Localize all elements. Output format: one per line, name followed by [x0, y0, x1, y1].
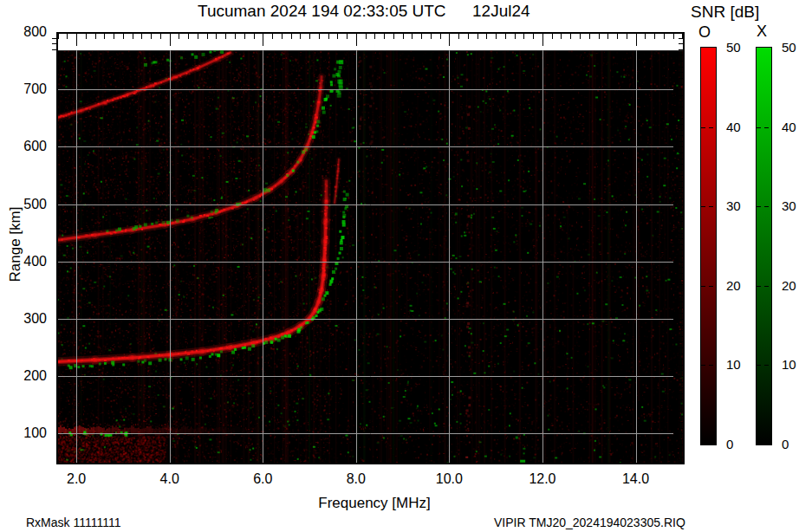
colorbar-tick-dash — [701, 206, 716, 207]
rxmask-text: RxMask 11111111 — [26, 516, 120, 529]
y-tick-label: 200 — [12, 368, 47, 384]
x-colorbar-tick-label: 50 — [782, 40, 799, 55]
o-colorbar-tick-label: 0 — [726, 437, 752, 451]
colorbar-tick-dash — [757, 206, 771, 207]
x-colorbar-tick-label: 10 — [782, 357, 799, 372]
o-colorbar-tick-label: 20 — [726, 278, 752, 293]
x-mode-label: X — [757, 23, 767, 41]
y-tick-label: 100 — [12, 425, 47, 441]
o-colorbar-tick-label: 30 — [726, 198, 752, 213]
y-tick-label: 800 — [12, 24, 47, 40]
page-title: Tucuman 2024 194 02:33:05 UTC — [198, 2, 446, 21]
x-tick-label: 12.0 — [522, 471, 563, 487]
ionogram-page: Tucuman 2024 194 02:33:05 UTC 12Jul24 Ra… — [0, 0, 799, 532]
o-mode-label: O — [698, 23, 711, 42]
o-colorbar-tick-label: 40 — [726, 120, 752, 134]
y-tick-label: 600 — [12, 139, 47, 154]
x-colorbar-tick-label: 40 — [782, 120, 799, 134]
ionogram-plot — [48, 32, 685, 464]
y-tick-label: 700 — [12, 81, 47, 97]
x-tick-label: 8.0 — [335, 471, 377, 487]
x-colorbar-tick-label: 30 — [782, 198, 799, 213]
colorbar-title: SNR [dB] — [691, 3, 759, 22]
x-tick-label: 10.0 — [428, 471, 470, 487]
y-tick-label: 400 — [12, 254, 47, 269]
colorbar-tick-dash — [757, 127, 771, 128]
y-tick-label: 300 — [12, 311, 47, 327]
y-tick-label: 500 — [12, 197, 47, 212]
x-mode-colorbar — [756, 47, 772, 445]
page-date: 12Jul24 — [472, 2, 530, 21]
colorbar-tick-dash — [701, 286, 716, 287]
x-tick-label: 6.0 — [242, 471, 283, 487]
x-colorbar-tick-label: 20 — [782, 278, 799, 293]
x-axis-title: Frequency [MHz] — [305, 495, 444, 512]
x-tick-label: 4.0 — [149, 471, 191, 487]
colorbar-tick-dash — [701, 365, 716, 366]
data-file-text: VIPIR TMJ20_2024194023305.RIQ — [494, 516, 685, 529]
x-tick-label: 2.0 — [55, 471, 97, 487]
colorbar-tick-dash — [757, 286, 771, 287]
x-colorbar-tick-label: 0 — [782, 437, 799, 451]
colorbar-tick-dash — [701, 127, 716, 128]
o-colorbar-tick-label: 50 — [726, 40, 752, 55]
o-colorbar-tick-label: 10 — [726, 357, 752, 372]
o-mode-colorbar — [700, 47, 717, 445]
x-tick-label: 14.0 — [615, 471, 657, 487]
colorbar-tick-dash — [757, 365, 771, 366]
